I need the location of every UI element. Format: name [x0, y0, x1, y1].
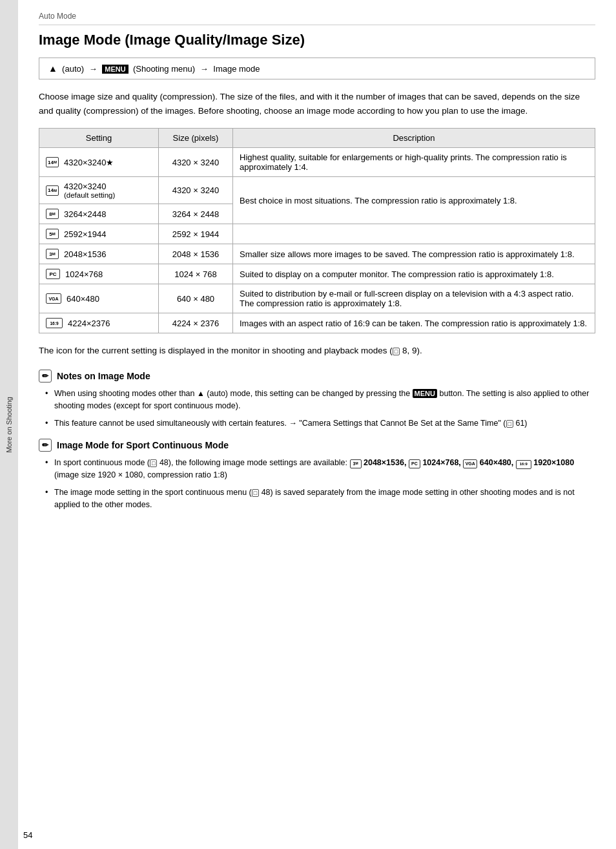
- icon-169-sport: 16:9: [516, 460, 531, 469]
- notes-title: Notes on Image Mode: [57, 371, 150, 381]
- icon-169: 16:9: [46, 318, 63, 328]
- table-row: VGA 640×480 640 × 480 Suited to distribu…: [39, 284, 595, 313]
- col-header-desc: Description: [233, 129, 595, 148]
- desc-cell: [233, 224, 595, 244]
- pencil-icon: ✏: [39, 370, 52, 383]
- setting-cell: PC 1024×768: [39, 264, 159, 284]
- col-header-size: Size (pixels): [159, 129, 233, 148]
- table-row: 5M 2592×1944 2592 × 1944: [39, 224, 595, 244]
- camera-icon-inline: ▲: [197, 389, 205, 398]
- icon-pc: PC: [46, 269, 60, 279]
- page-number: 54: [23, 830, 32, 840]
- setting-cell: VGA 640×480: [39, 284, 159, 313]
- setting-cell: 5M 2592×1944: [39, 224, 159, 244]
- sport-header: ✏ Image Mode for Sport Continuous Mode: [39, 439, 595, 452]
- icon-14m-star: 14M: [46, 157, 59, 167]
- setting-cell: 3M 2048×1536: [39, 244, 159, 264]
- setting-name: 2048×1536: [64, 249, 106, 259]
- page-header: Auto Mode: [39, 12, 595, 25]
- icon-5m: 5M: [46, 229, 59, 239]
- table-row: PC 1024×768 1024 × 768 Suited to display…: [39, 264, 595, 284]
- sport-list: In sport continuous mode (□ 48), the fol…: [39, 457, 595, 512]
- desc-cell: Suited to distribution by e-mail or full…: [233, 284, 595, 313]
- ref-icon: □: [150, 459, 157, 467]
- icon-vga: VGA: [46, 293, 61, 304]
- ref-icon: □: [506, 420, 513, 428]
- icon-3m-sport: 3M: [350, 459, 362, 468]
- notes-list: When using shooting modes other than ▲ (…: [39, 388, 595, 430]
- size-cell: 1024 × 768: [159, 264, 233, 284]
- setting-name: 2592×1944: [64, 229, 106, 239]
- size-cell: 4224 × 2376: [159, 313, 233, 333]
- size-cell: 3264 × 2448: [159, 204, 233, 224]
- notes-header: ✏ Notes on Image Mode: [39, 370, 595, 383]
- bold-setting: 3M 2048×1536, PC 1024×768, VGA 640×480, …: [350, 458, 575, 467]
- sport-section: ✏ Image Mode for Sport Continuous Mode I…: [39, 439, 595, 512]
- setting-name: 4320×3240(default setting): [64, 182, 115, 199]
- desc-cell: Suited to display on a computer monitor.…: [233, 264, 595, 284]
- setting-name: 1024×768: [65, 269, 103, 279]
- pencil-icon-sport: ✏: [39, 439, 52, 452]
- col-header-setting: Setting: [39, 129, 159, 148]
- intro-paragraph: Choose image size and quality (compressi…: [39, 90, 595, 118]
- icon-pc-sport: PC: [409, 459, 420, 468]
- setting-name: 640×480: [67, 294, 99, 304]
- setting-name: 4320×3240★: [64, 158, 114, 167]
- nav-text: (auto) → MENU (auto) → MENU (Shooting me…: [59, 64, 260, 74]
- setting-cell: 14M 4320×3240(default setting): [39, 177, 159, 204]
- table-row: 3M 2048×1536 2048 × 1536 Smaller size al…: [39, 244, 595, 264]
- icon-14m: 14M: [46, 185, 59, 196]
- ref-icon: □: [252, 489, 259, 497]
- setting-cell: 8M 3264×2448: [39, 204, 159, 224]
- sidebar-label: More on Shooting: [5, 397, 13, 453]
- sidebar: More on Shooting: [0, 0, 18, 849]
- table-row: 14M 4320×3240(default setting) 4320 × 32…: [39, 177, 595, 204]
- icon-vga-sport: VGA: [463, 459, 477, 468]
- camera-nav-icon: ▲: [48, 63, 57, 74]
- main-content: Auto Mode Image Mode (Image Quality/Imag…: [18, 0, 616, 849]
- notes-section: ✏ Notes on Image Mode When using shootin…: [39, 370, 595, 430]
- size-cell: 4320 × 3240: [159, 177, 233, 204]
- icon-3m: 3M: [46, 249, 59, 259]
- list-item: In sport continuous mode (□ 48), the fol…: [45, 457, 595, 482]
- sport-title: Image Mode for Sport Continuous Mode: [57, 440, 229, 450]
- table-row: 14M 4320×3240★ 4320 × 3240 Highest quali…: [39, 148, 595, 177]
- section-title: Image Mode (Image Quality/Image Size): [39, 32, 595, 48]
- desc-cell: Highest quality, suitable for enlargemen…: [233, 148, 595, 177]
- ref-icon: □: [393, 348, 400, 355]
- setting-name: 3264×2448: [64, 209, 106, 219]
- nav-box: ▲ (auto) → MENU (auto) → MENU (Shooting …: [39, 58, 595, 79]
- table-row: 16:9 4224×2376 4224 × 2376 Images with a…: [39, 313, 595, 333]
- list-item: This feature cannot be used simultaneous…: [45, 417, 595, 430]
- setting-cell: 14M 4320×3240★: [39, 148, 159, 177]
- size-cell: 4320 × 3240: [159, 148, 233, 177]
- page: More on Shooting Auto Mode Image Mode (I…: [0, 0, 616, 849]
- footer-paragraph: The icon for the current setting is disp…: [39, 344, 595, 358]
- setting-name: 4224×2376: [68, 319, 110, 328]
- list-item: The image mode setting in the sport cont…: [45, 487, 595, 512]
- setting-cell: 16:9 4224×2376: [39, 313, 159, 333]
- list-item: When using shooting modes other than ▲ (…: [45, 388, 595, 413]
- desc-cell: Smaller size allows more images to be sa…: [233, 244, 595, 264]
- size-cell: 2048 × 1536: [159, 244, 233, 264]
- desc-cell: Images with an aspect ratio of 16:9 can …: [233, 313, 595, 333]
- size-cell: 2592 × 1944: [159, 224, 233, 244]
- menu-bold: MENU: [413, 389, 437, 398]
- size-cell: 640 × 480: [159, 284, 233, 313]
- icon-8m: 8M: [46, 209, 59, 219]
- desc-cell: Best choice in most situations. The comp…: [233, 177, 595, 224]
- image-mode-table: Setting Size (pixels) Description 14M 43…: [39, 128, 595, 333]
